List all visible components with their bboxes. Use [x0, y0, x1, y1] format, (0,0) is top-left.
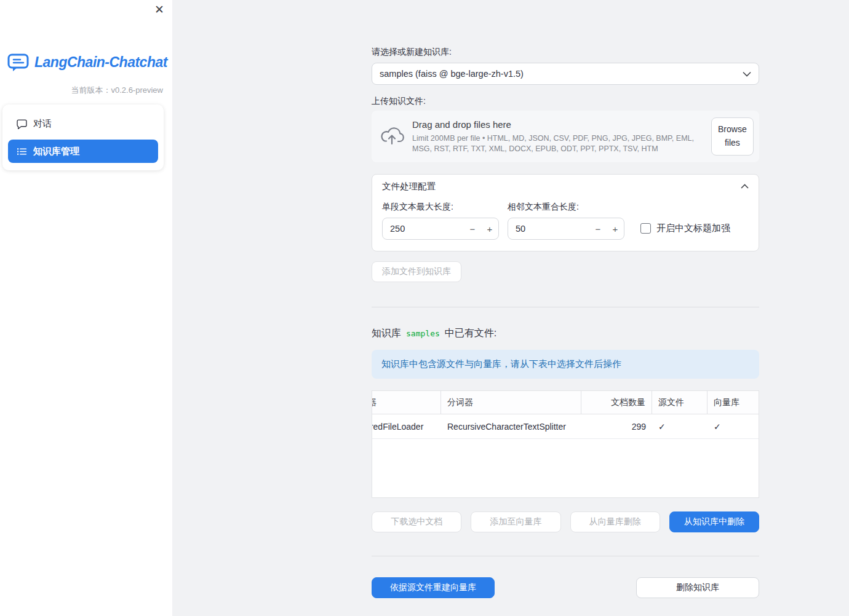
plus-icon[interactable]: +	[481, 218, 498, 239]
file-config-expander: 文件处理配置 单段文本最大长度: 250 − + 相邻文本重合长度:	[372, 174, 759, 251]
kb-select-value: samples (faiss @ bge-large-zh-v1.5)	[380, 69, 524, 79]
sidebar-menu: 对话 知识库管理	[2, 105, 164, 170]
kb-select-label: 请选择或新建知识库:	[372, 47, 759, 58]
table-row[interactable]: UnstructuredFileLoader RecursiveCharacte…	[372, 414, 759, 439]
expander-title: 文件处理配置	[382, 181, 436, 192]
table-header-row: 文档加载器 分词器 文档数量 源文件 向量库	[372, 391, 759, 414]
expander-body: 单段文本最大长度: 250 − + 相邻文本重合长度: 50 − +	[372, 198, 759, 251]
column-header-doc-count[interactable]: 文档数量	[581, 391, 652, 414]
overlap-group: 相邻文本重合长度: 50 − +	[508, 202, 624, 240]
add-to-vector-store-button[interactable]: 添加至向量库	[471, 511, 560, 532]
cell-doc-count: 299	[581, 414, 652, 438]
zh-title-enhance-label: 开启中文标题加强	[656, 223, 730, 234]
chat-bubble-icon	[17, 119, 27, 129]
drag-drop-text: Drag and drop files here	[412, 119, 704, 130]
divider	[372, 307, 759, 307]
divider	[372, 556, 759, 556]
dropzone-texts: Drag and drop files here Limit 200MB per…	[412, 119, 704, 154]
table-inner: 文档加载器 分词器 文档数量 源文件 向量库 UnstructuredFileL…	[372, 391, 759, 439]
upload-label: 上传知识文件:	[372, 96, 759, 107]
cell-splitter: RecursiveCharacterTextSplitter	[441, 414, 581, 438]
delete-from-kb-button[interactable]: 从知识库中删除	[669, 511, 759, 532]
add-files-to-kb-button[interactable]: 添加文件到知识库	[372, 261, 461, 282]
kb-files-heading: 知识库 samples 中已有文件:	[372, 327, 759, 340]
zh-title-enhance-checkbox[interactable]	[640, 223, 651, 234]
logo-text: LangChain-Chatchat	[34, 54, 167, 71]
sidebar-item-label: 对话	[33, 118, 52, 130]
cell-vector-store-check: ✓	[708, 414, 759, 438]
sidebar-item-knowledge-base[interactable]: 知识库管理	[8, 140, 158, 163]
sidebar-item-dialogue[interactable]: 对话	[8, 112, 158, 135]
info-banner: 知识库中包含源文件与向量库，请从下表中选择文件后操作	[372, 350, 759, 379]
sidebar-close-icon[interactable]: ✕	[154, 4, 164, 15]
main-content: 请选择或新建知识库: samples (faiss @ bge-large-zh…	[372, 0, 759, 598]
delete-from-vector-store-button[interactable]: 从向量库删除	[570, 511, 660, 532]
expander-header[interactable]: 文件处理配置	[372, 175, 759, 198]
download-selected-button[interactable]: 下载选中文档	[372, 511, 461, 532]
column-header-vector-store[interactable]: 向量库	[708, 391, 759, 414]
zh-title-enhance-group: 开启中文标题加强	[640, 223, 730, 234]
list-icon	[17, 146, 27, 157]
overlap-value: 50	[508, 224, 589, 234]
kb-files-table[interactable]: 文档加载器 分词器 文档数量 源文件 向量库 UnstructuredFileL…	[372, 390, 759, 498]
kb-management-buttons: 依据源文件重建向量库 删除知识库	[372, 577, 759, 598]
max-length-label: 单段文本最大长度:	[382, 202, 499, 213]
browse-files-button[interactable]: Browse files	[711, 117, 754, 155]
cell-loader: UnstructuredFileLoader	[372, 414, 441, 438]
chevron-up-icon	[741, 184, 749, 189]
cloud-upload-icon	[379, 127, 405, 146]
version-label: 当前版本：v0.2.6-preview	[71, 85, 163, 96]
file-dropzone[interactable]: Drag and drop files here Limit 200MB per…	[372, 111, 759, 162]
max-length-value: 250	[383, 224, 464, 234]
minus-icon[interactable]: −	[589, 218, 607, 239]
upload-limit-text: Limit 200MB per file • HTML, MD, JSON, C…	[412, 133, 704, 154]
column-header-splitter[interactable]: 分词器	[441, 391, 581, 414]
app-window: ✕ LangChain-Chatchat 当前版本：v0.2.6-preview	[0, 0, 849, 616]
kb-files-suffix: 中已有文件:	[445, 327, 496, 340]
max-length-group: 单段文本最大长度: 250 − +	[382, 202, 499, 240]
sidebar: ✕ LangChain-Chatchat 当前版本：v0.2.6-preview	[0, 0, 172, 616]
sidebar-item-label: 知识库管理	[33, 146, 79, 157]
rebuild-vector-store-button[interactable]: 依据源文件重建向量库	[372, 577, 495, 598]
column-header-loader[interactable]: 文档加载器	[372, 391, 441, 414]
kb-select[interactable]: samples (faiss @ bge-large-zh-v1.5)	[372, 63, 759, 85]
column-header-source-file[interactable]: 源文件	[652, 391, 708, 414]
kb-files-prefix: 知识库	[372, 327, 401, 340]
file-action-buttons: 下载选中文档 添加至向量库 从向量库删除 从知识库中删除	[372, 511, 759, 532]
logo: LangChain-Chatchat	[7, 53, 167, 72]
overlap-input[interactable]: 50 − +	[508, 218, 624, 240]
delete-kb-button[interactable]: 删除知识库	[636, 577, 759, 598]
chevron-down-icon	[743, 71, 751, 77]
kb-name-code: samples	[406, 329, 440, 338]
cell-source-file-check: ✓	[652, 414, 708, 438]
logo-chat-icon	[7, 53, 30, 72]
minus-icon[interactable]: −	[464, 218, 481, 239]
overlap-label: 相邻文本重合长度:	[508, 202, 624, 213]
max-length-input[interactable]: 250 − +	[382, 218, 499, 240]
plus-icon[interactable]: +	[607, 218, 624, 239]
